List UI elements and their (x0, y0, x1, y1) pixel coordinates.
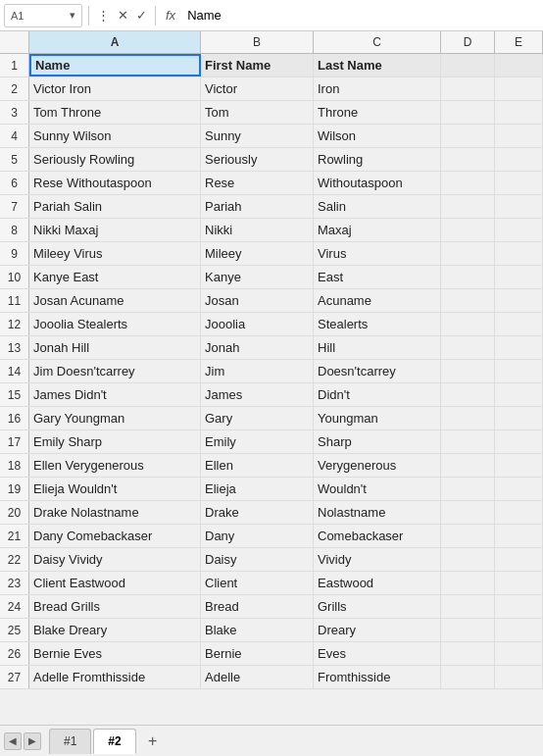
cell-2-E[interactable] (495, 77, 543, 100)
cell-21-D[interactable] (441, 525, 495, 547)
cell-8-C[interactable]: Maxaj (314, 219, 441, 241)
cell-14-C[interactable]: Doesn'tcarrey (314, 360, 441, 382)
cell-1-B[interactable]: First Name (201, 54, 314, 76)
table-row[interactable]: 8Nikki MaxajNikkiMaxaj (0, 219, 543, 242)
table-row[interactable]: 11Josan AcunameJosanAcuname (0, 289, 543, 313)
cell-3-A[interactable]: Tom Throne (29, 101, 201, 124)
cell-25-A[interactable]: Blake Dreary (29, 619, 201, 641)
table-row[interactable]: 25Blake DrearyBlakeDreary (0, 619, 543, 642)
cell-11-E[interactable] (495, 289, 543, 312)
tab-1[interactable]: #1 (49, 729, 91, 754)
cell-21-C[interactable]: Comebackaser (314, 525, 441, 547)
cell-16-B[interactable]: Gary (201, 407, 314, 429)
formula-input[interactable] (183, 6, 539, 25)
cell-15-A[interactable]: James Didn't (29, 383, 201, 406)
table-row[interactable]: 9Mileey VirusMileeyVirus (0, 242, 543, 266)
cell-9-B[interactable]: Mileey (201, 242, 314, 265)
cell-8-A[interactable]: Nikki Maxaj (29, 219, 201, 241)
cell-23-D[interactable] (441, 572, 495, 594)
cell-1-D[interactable] (441, 54, 495, 76)
cell-15-E[interactable] (495, 383, 543, 406)
cell-14-A[interactable]: Jim Doesn'tcarrey (29, 360, 201, 382)
cell-16-C[interactable]: Youngman (314, 407, 441, 429)
table-row[interactable]: 27Adelle FromthissideAdelleFromthisside (0, 666, 543, 689)
add-sheet-button[interactable]: + (142, 731, 164, 752)
cell-4-B[interactable]: Sunny (201, 125, 314, 147)
cell-4-C[interactable]: Wilson (314, 125, 441, 147)
table-row[interactable]: 15James Didn'tJamesDidn't (0, 383, 543, 407)
table-row[interactable]: 22Daisy VividyDaisyVividy (0, 548, 543, 572)
cell-27-A[interactable]: Adelle Fromthisside (29, 666, 201, 688)
cell-20-A[interactable]: Drake Nolastname (29, 501, 201, 524)
cell-27-B[interactable]: Adelle (201, 666, 314, 688)
cell-16-D[interactable] (441, 407, 495, 429)
col-header-e[interactable]: E (495, 31, 543, 53)
cell-21-E[interactable] (495, 525, 543, 547)
table-row[interactable]: 24Bread GrillsBreadGrills (0, 595, 543, 619)
cell-17-B[interactable]: Emily (201, 430, 314, 453)
cell-12-E[interactable] (495, 313, 543, 335)
tab-2[interactable]: #2 (93, 729, 135, 754)
cell-7-A[interactable]: Pariah Salin (29, 195, 201, 218)
cell-6-B[interactable]: Rese (201, 172, 314, 194)
cell-19-E[interactable] (495, 478, 543, 500)
cell-10-A[interactable]: Kanye East (29, 266, 201, 288)
table-row[interactable]: 17Emily SharpEmilySharp (0, 430, 543, 454)
cell-6-D[interactable] (441, 172, 495, 194)
cell-9-A[interactable]: Mileey Virus (29, 242, 201, 265)
cell-13-A[interactable]: Jonah Hill (29, 336, 201, 359)
tab-prev-button[interactable]: ◀ (4, 732, 22, 750)
cell-24-D[interactable] (441, 595, 495, 618)
cell-26-B[interactable]: Bernie (201, 642, 314, 665)
cell-20-B[interactable]: Drake (201, 501, 314, 524)
cell-2-C[interactable]: Iron (314, 77, 441, 100)
cell-7-B[interactable]: Pariah (201, 195, 314, 218)
table-row[interactable]: 7Pariah SalinPariahSalin (0, 195, 543, 219)
col-header-b[interactable]: B (201, 31, 314, 53)
cell-10-C[interactable]: East (314, 266, 441, 288)
cell-26-D[interactable] (441, 642, 495, 665)
table-row[interactable]: 4Sunny WilsonSunnyWilson (0, 125, 543, 148)
cell-25-C[interactable]: Dreary (314, 619, 441, 641)
table-row[interactable]: 6Rese WithoutaspoonReseWithoutaspoon (0, 172, 543, 195)
cancel-icon[interactable]: ✕ (116, 6, 130, 25)
cell-ref-dropdown-icon[interactable]: ▾ (70, 9, 75, 22)
cell-5-D[interactable] (441, 148, 495, 171)
cell-13-B[interactable]: Jonah (201, 336, 314, 359)
table-row[interactable]: 18Ellen VerygenerousEllenVerygenerous (0, 454, 543, 478)
cell-22-D[interactable] (441, 548, 495, 571)
cell-4-E[interactable] (495, 125, 543, 147)
cell-16-A[interactable]: Gary Youngman (29, 407, 201, 429)
cell-10-B[interactable]: Kanye (201, 266, 314, 288)
cell-19-C[interactable]: Wouldn't (314, 478, 441, 500)
table-row[interactable]: 16Gary YoungmanGaryYoungman (0, 407, 543, 430)
cell-18-A[interactable]: Ellen Verygenerous (29, 454, 201, 477)
cell-12-C[interactable]: Stealerts (314, 313, 441, 335)
cell-21-A[interactable]: Dany Comebackaser (29, 525, 201, 547)
cell-6-A[interactable]: Rese Withoutaspoon (29, 172, 201, 194)
table-row[interactable]: 14Jim Doesn'tcarreyJimDoesn'tcarrey (0, 360, 543, 383)
cell-19-A[interactable]: Elieja Wouldn't (29, 478, 201, 500)
cell-18-C[interactable]: Verygenerous (314, 454, 441, 477)
cell-22-C[interactable]: Vividy (314, 548, 441, 571)
cell-10-E[interactable] (495, 266, 543, 288)
cell-11-C[interactable]: Acuname (314, 289, 441, 312)
table-row[interactable]: 19Elieja Wouldn'tEliejaWouldn't (0, 478, 543, 501)
cell-17-D[interactable] (441, 430, 495, 453)
cell-5-A[interactable]: Seriously Rowling (29, 148, 201, 171)
cell-14-D[interactable] (441, 360, 495, 382)
table-row[interactable]: 20Drake NolastnameDrakeNolastname (0, 501, 543, 525)
table-row[interactable]: 5Seriously RowlingSeriouslyRowling (0, 148, 543, 172)
cell-1-C[interactable]: Last Name (314, 54, 441, 76)
cell-18-B[interactable]: Ellen (201, 454, 314, 477)
cell-9-C[interactable]: Virus (314, 242, 441, 265)
cell-11-D[interactable] (441, 289, 495, 312)
cell-23-C[interactable]: Eastwood (314, 572, 441, 594)
cell-26-C[interactable]: Eves (314, 642, 441, 665)
cell-25-D[interactable] (441, 619, 495, 641)
cell-8-E[interactable] (495, 219, 543, 241)
cell-1-E[interactable] (495, 54, 543, 76)
cell-27-C[interactable]: Fromthisside (314, 666, 441, 688)
cell-5-B[interactable]: Seriously (201, 148, 314, 171)
cell-3-D[interactable] (441, 101, 495, 124)
